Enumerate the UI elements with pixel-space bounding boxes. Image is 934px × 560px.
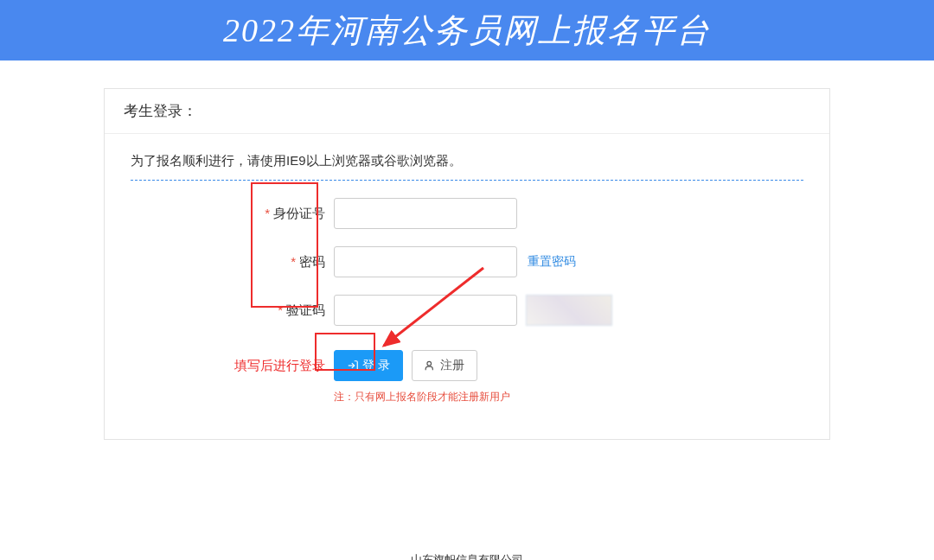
- label-password: *密码: [131, 254, 334, 270]
- reset-password-link[interactable]: 重置密码: [528, 254, 576, 270]
- required-mark: *: [278, 302, 283, 317]
- id-input[interactable]: [334, 198, 517, 229]
- captcha-image[interactable]: [526, 295, 612, 326]
- label-id-text: 身份证号: [273, 206, 325, 220]
- label-password-text: 密码: [299, 254, 325, 269]
- footer-company: 山东旗帜信息有限公司: [0, 552, 934, 560]
- captcha-input[interactable]: [334, 295, 517, 326]
- label-id: *身份证号: [131, 206, 334, 222]
- page-title: 2022年河南公务员网上报名平台: [223, 9, 711, 53]
- card-body: 为了报名顺利进行，请使用IE9以上浏览器或谷歌浏览器。 *身份证号 *密码 重置…: [105, 134, 829, 439]
- required-mark: *: [265, 206, 270, 220]
- register-button-label: 注册: [440, 358, 464, 373]
- svg-point-1: [427, 361, 432, 366]
- label-captcha-text: 验证码: [286, 302, 325, 317]
- label-captcha: *验证码: [131, 302, 334, 319]
- header-banner: 2022年河南公务员网上报名平台: [0, 0, 934, 60]
- login-card: 考生登录： 为了报名顺利进行，请使用IE9以上浏览器或谷歌浏览器。 *身份证号 …: [104, 88, 830, 440]
- row-id: *身份证号: [131, 198, 803, 229]
- password-input[interactable]: [334, 246, 517, 277]
- card-title: 考生登录：: [105, 89, 829, 134]
- browser-notice: 为了报名顺利进行，请使用IE9以上浏览器或谷歌浏览器。: [131, 153, 803, 181]
- register-icon: [425, 360, 437, 372]
- login-icon: [347, 360, 359, 372]
- register-note: 注：只有网上报名阶段才能注册新用户: [334, 390, 803, 404]
- register-button[interactable]: 注册: [412, 350, 477, 381]
- row-password: *密码 重置密码: [131, 246, 803, 277]
- action-hint: 填写后进行登录: [131, 358, 334, 374]
- action-row: 填写后进行登录 登 录 注册: [131, 350, 803, 381]
- row-captcha: *验证码: [131, 295, 803, 326]
- login-button[interactable]: 登 录: [334, 350, 403, 381]
- login-button-label: 登 录: [362, 358, 390, 373]
- required-mark: *: [291, 254, 296, 269]
